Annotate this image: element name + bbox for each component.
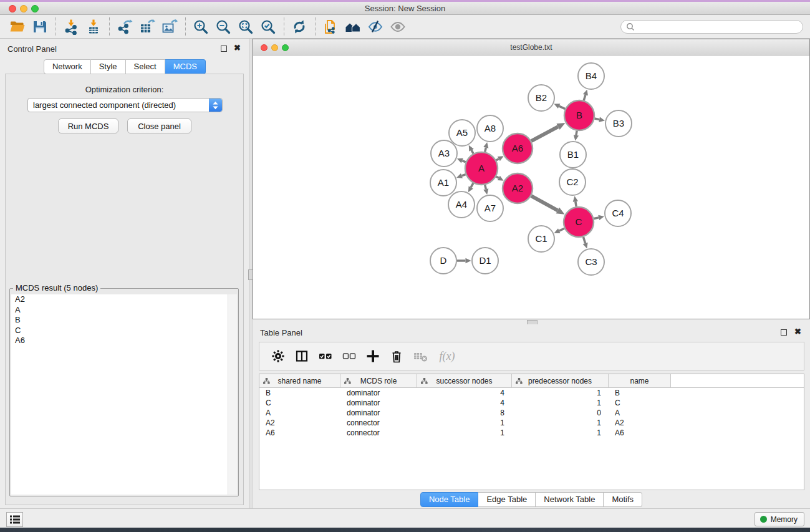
control-panel-title: Control Panel bbox=[7, 44, 57, 54]
column-header[interactable]: MCDS role bbox=[340, 374, 417, 387]
memory-button[interactable]: Memory bbox=[755, 512, 804, 526]
houses-icon[interactable] bbox=[344, 17, 362, 36]
graph-edge[interactable] bbox=[471, 150, 473, 154]
graph-node-label: B1 bbox=[567, 149, 579, 160]
graph-edge[interactable] bbox=[583, 237, 585, 243]
table-cell: dominator bbox=[340, 388, 417, 398]
tab-select[interactable]: Select bbox=[126, 59, 165, 74]
refresh-icon[interactable] bbox=[290, 17, 309, 36]
export-table-icon[interactable] bbox=[138, 17, 157, 36]
main-titlebar: Session: New Session bbox=[0, 2, 810, 15]
node-table[interactable]: shared nameMCDS rolesuccessor nodesprede… bbox=[259, 374, 804, 490]
create-column-plus-icon[interactable] bbox=[362, 346, 383, 366]
graph-node-label: A8 bbox=[485, 123, 496, 133]
graph-edge[interactable] bbox=[485, 148, 486, 152]
table-cell: A bbox=[259, 408, 340, 418]
export-network-icon[interactable] bbox=[115, 17, 134, 36]
edge-arrowhead bbox=[598, 215, 604, 220]
graph-edge[interactable] bbox=[594, 118, 599, 120]
import-network-icon[interactable] bbox=[62, 17, 80, 36]
zoom-selected-icon[interactable] bbox=[259, 17, 277, 36]
export-image-icon[interactable] bbox=[160, 17, 179, 36]
table-row[interactable]: Bdominator41B bbox=[259, 388, 804, 398]
table-close-panel-icon[interactable]: ✖ bbox=[794, 327, 801, 336]
tab-mcds[interactable]: MCDS bbox=[165, 59, 206, 74]
graph-edge[interactable] bbox=[462, 161, 466, 162]
graph-node-label: D bbox=[440, 255, 447, 266]
task-history-button[interactable] bbox=[6, 512, 23, 527]
graph-edge[interactable] bbox=[496, 177, 499, 178]
table-row[interactable]: Adominator80A bbox=[259, 408, 804, 418]
save-session-icon[interactable] bbox=[31, 17, 49, 36]
graph-node-label: B bbox=[576, 110, 582, 120]
run-mcds-button[interactable]: Run MCDS bbox=[58, 118, 118, 133]
toolbar-separator bbox=[55, 17, 56, 36]
table-cell: A6 bbox=[259, 428, 340, 438]
table-cell: connector bbox=[340, 428, 417, 438]
close-panel-button[interactable]: Close panel bbox=[127, 118, 191, 133]
graph-edge[interactable] bbox=[559, 228, 564, 231]
open-file-icon[interactable] bbox=[8, 17, 27, 36]
table-float-panel-icon[interactable] bbox=[781, 329, 787, 336]
column-header[interactable]: predecessor nodes bbox=[512, 374, 609, 387]
float-panel-icon[interactable] bbox=[221, 46, 227, 52]
tab-network[interactable]: Network bbox=[44, 59, 91, 74]
graph-edge[interactable] bbox=[531, 127, 558, 141]
column-header[interactable]: shared name bbox=[259, 374, 340, 387]
graph-edge[interactable] bbox=[531, 196, 557, 210]
tab-node-table[interactable]: Node Table bbox=[420, 492, 479, 507]
network-window-title: testGlobe.txt bbox=[253, 43, 809, 52]
edge-arrowhead bbox=[583, 90, 588, 96]
table-row[interactable]: Cdominator41C bbox=[259, 398, 804, 408]
main-toolbar bbox=[0, 15, 810, 39]
table-settings-gear-icon[interactable] bbox=[268, 346, 289, 366]
tab-motifs[interactable]: Motifs bbox=[604, 492, 642, 507]
search-input[interactable] bbox=[638, 21, 798, 32]
clone-network-icon[interactable] bbox=[321, 17, 340, 36]
graph-edge[interactable] bbox=[471, 183, 473, 188]
result-item[interactable]: A6 bbox=[11, 336, 237, 346]
column-header[interactable]: successor nodes bbox=[417, 374, 512, 387]
network-canvas[interactable]: AA1A3A4A5A7A8A6A2BB1B2B3B4CC1C2C3C4DD1 bbox=[253, 56, 809, 319]
table-cell: 1 bbox=[417, 418, 512, 428]
mcds-tab-panel: Optimization criterion: largest connecte… bbox=[5, 74, 244, 505]
result-item[interactable]: A2 bbox=[11, 294, 237, 305]
select-all-icon[interactable] bbox=[315, 346, 336, 366]
toolbar-separator bbox=[284, 17, 284, 36]
graph-node-label: A5 bbox=[456, 127, 468, 138]
graph-node-label: A2 bbox=[512, 183, 523, 193]
close-panel-icon[interactable]: ✖ bbox=[234, 43, 241, 52]
table-row[interactable]: A6connector11A6 bbox=[259, 428, 804, 438]
graph-edge[interactable] bbox=[461, 175, 465, 176]
tab-network-table[interactable]: Network Table bbox=[536, 492, 604, 507]
table-row[interactable]: A2connector11A2 bbox=[259, 418, 804, 428]
graph-edge[interactable] bbox=[485, 185, 486, 189]
zoom-out-icon[interactable] bbox=[214, 17, 233, 36]
eye-icon[interactable] bbox=[388, 17, 407, 36]
graph-node-label: A bbox=[478, 163, 485, 173]
result-item[interactable]: A bbox=[11, 305, 237, 316]
result-scrollbar[interactable] bbox=[228, 294, 237, 495]
tab-style[interactable]: Style bbox=[91, 59, 126, 74]
graph-edge[interactable] bbox=[594, 218, 599, 219]
table-cell: B bbox=[609, 388, 671, 398]
zoom-in-icon[interactable] bbox=[191, 17, 210, 36]
import-table-icon[interactable] bbox=[84, 17, 103, 36]
delete-columns-trash-icon[interactable] bbox=[386, 346, 407, 366]
show-columns-icon[interactable] bbox=[291, 346, 312, 366]
result-item[interactable]: B bbox=[11, 315, 237, 326]
criterion-dropdown[interactable]: largest connected component (directed) bbox=[27, 98, 223, 112]
graph-edge[interactable] bbox=[576, 201, 576, 206]
deselect-all-icon[interactable] bbox=[339, 346, 360, 366]
eye-slash-icon[interactable] bbox=[366, 17, 385, 36]
graph-edge[interactable] bbox=[496, 159, 499, 160]
tab-edge-table[interactable]: Edge Table bbox=[478, 492, 536, 507]
graph-node-label: A3 bbox=[438, 148, 450, 158]
graph-edge[interactable] bbox=[584, 95, 586, 100]
zoom-fit-icon[interactable] bbox=[236, 17, 255, 36]
graph-edge[interactable] bbox=[559, 106, 566, 109]
edge-arrowhead bbox=[483, 142, 488, 148]
column-header[interactable]: name bbox=[609, 374, 671, 387]
result-item[interactable]: C bbox=[11, 326, 237, 336]
graph-edge[interactable] bbox=[576, 131, 577, 135]
